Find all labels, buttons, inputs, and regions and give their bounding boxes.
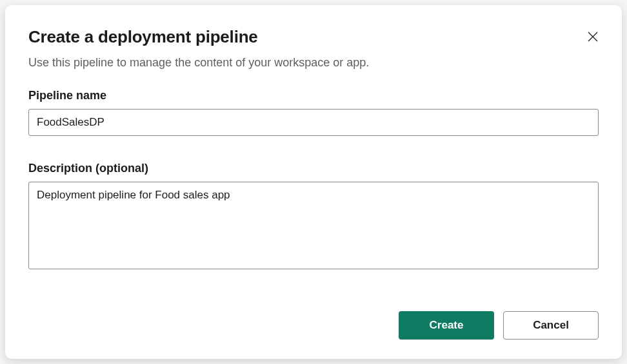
dialog-subtitle: Use this pipeline to manage the content … — [28, 56, 599, 70]
close-button[interactable] — [584, 28, 601, 47]
dialog-header: Create a deployment pipeline — [28, 27, 599, 47]
description-input[interactable] — [28, 182, 599, 269]
create-button[interactable]: Create — [399, 311, 494, 340]
cancel-button[interactable]: Cancel — [503, 311, 599, 340]
pipeline-name-label: Pipeline name — [28, 89, 599, 102]
close-icon — [587, 31, 599, 43]
pipeline-name-group: Pipeline name — [28, 89, 599, 136]
description-label: Description (optional) — [28, 162, 599, 175]
create-pipeline-dialog: Create a deployment pipeline Use this pi… — [5, 5, 622, 359]
pipeline-name-input[interactable] — [28, 109, 599, 136]
description-group: Description (optional) — [28, 162, 599, 272]
dialog-footer: Create Cancel — [28, 311, 599, 340]
dialog-title: Create a deployment pipeline — [28, 27, 258, 47]
